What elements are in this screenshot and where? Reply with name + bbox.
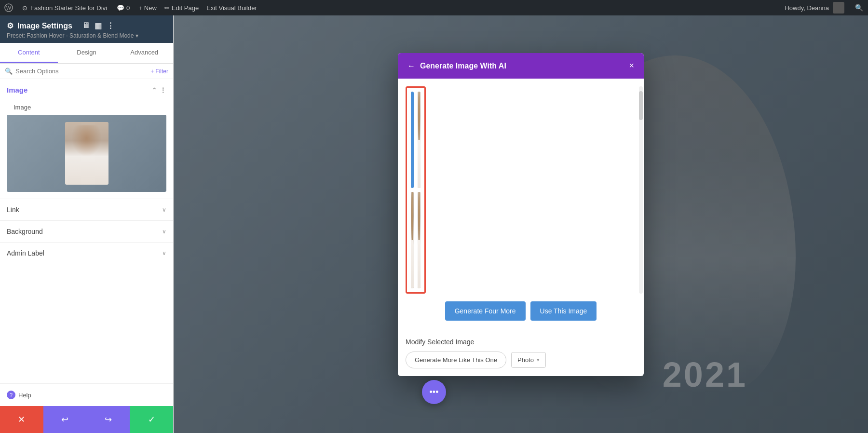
- image-preview-area: Image: [0, 99, 173, 199]
- cancel-button[interactable]: ✕: [0, 406, 43, 433]
- search-bar: 🔍 + Filter: [0, 64, 173, 79]
- image-section-header[interactable]: Image ⌃ ⋮: [0, 79, 173, 99]
- plus-icon: +: [138, 4, 142, 12]
- help-icon: ?: [7, 391, 15, 399]
- ai-image-top-left[interactable]: [411, 92, 414, 188]
- comment-icon: 💬: [117, 4, 124, 12]
- ai-image-bot-right[interactable]: [418, 192, 420, 288]
- modal-overlay: ← Generate Image With AI ×: [174, 15, 868, 433]
- sidebar-footer: ? Help: [0, 383, 173, 406]
- settings-icon: ⚙: [7, 21, 14, 30]
- new-link[interactable]: + New: [135, 4, 161, 12]
- admin-label-arrow-icon: ∨: [162, 250, 166, 257]
- filter-button[interactable]: + Filter: [150, 68, 168, 75]
- tab-design[interactable]: Design: [58, 43, 116, 63]
- modal-body: Generate Four More Use This Image: [398, 79, 644, 333]
- image-field-label: Image: [7, 103, 166, 115]
- admin-label-section-header[interactable]: Admin Label ∨: [0, 243, 173, 264]
- background-section-header[interactable]: Background ∨: [0, 221, 173, 242]
- tab-content[interactable]: Content: [0, 43, 58, 63]
- ai-image-modal: ← Generate Image With AI ×: [398, 53, 644, 376]
- modal-close-button[interactable]: ×: [629, 61, 634, 71]
- image-grid-wrapper: [406, 86, 636, 294]
- floating-action-button[interactable]: •••: [422, 380, 446, 404]
- sidebar-title: ⚙ Image Settings 🖥 ▦ ⋮: [7, 21, 114, 30]
- sidebar-panel: ⚙ Image Settings 🖥 ▦ ⋮ Preset: Fashion H…: [0, 15, 174, 433]
- section-toggle-icon: ⌃: [152, 87, 157, 94]
- comments-link[interactable]: 💬 0: [112, 4, 135, 12]
- use-image-button[interactable]: Use This Image: [530, 301, 597, 321]
- more-icon[interactable]: ⋮: [107, 21, 114, 30]
- admin-bar: W ⊙ Fashion Starter Site for Divi 💬 0 + …: [0, 0, 868, 15]
- modal-header: ← Generate Image With AI ×: [398, 53, 644, 79]
- modify-section: Modify Selected Image Generate More Like…: [398, 333, 644, 376]
- modal-title: Generate Image With AI: [420, 62, 624, 70]
- site-icon: ⊙: [22, 4, 27, 12]
- monitor-icon[interactable]: 🖥: [82, 21, 90, 30]
- save-button[interactable]: ✓: [130, 406, 173, 433]
- chevron-down-icon: ▾: [136, 32, 138, 39]
- plus-filter-icon: +: [150, 68, 154, 75]
- preset-label[interactable]: Preset: Fashion Hover - Saturation & Ble…: [7, 32, 166, 39]
- sidebar-tabs: Content Design Advanced: [0, 43, 173, 64]
- grid-icon[interactable]: ▦: [95, 21, 102, 30]
- modal-back-button[interactable]: ←: [407, 62, 415, 70]
- user-account[interactable]: Howdy, Deanna: [779, 2, 850, 14]
- link-arrow-icon: ∨: [162, 206, 166, 213]
- background-arrow-icon: ∨: [162, 228, 166, 235]
- sidebar-bottom-bar: ✕ ↩ ↪ ✓: [0, 406, 173, 433]
- style-select[interactable]: Photo ▾: [511, 352, 546, 368]
- edit-page-link[interactable]: ✏ Edit Page: [161, 4, 203, 12]
- background-section: Background ∨: [0, 220, 173, 242]
- style-select-arrow-icon: ▾: [537, 357, 540, 363]
- image-preview-box[interactable]: [7, 115, 166, 192]
- admin-label-section: Admin Label ∨: [0, 242, 173, 264]
- generate-four-button[interactable]: Generate Four More: [445, 301, 526, 321]
- undo-button[interactable]: ↩: [43, 406, 87, 433]
- generate-more-like-this-button[interactable]: Generate More Like This One: [406, 352, 506, 368]
- modify-label: Modify Selected Image: [406, 338, 636, 346]
- section-more-icon[interactable]: ⋮: [160, 86, 166, 94]
- redo-button[interactable]: ↪: [87, 406, 130, 433]
- tab-advanced[interactable]: Advanced: [115, 43, 173, 63]
- sidebar-header: ⚙ Image Settings 🖥 ▦ ⋮ Preset: Fashion H…: [0, 15, 173, 43]
- modify-controls: Generate More Like This One Photo ▾: [406, 352, 636, 368]
- site-name[interactable]: ⊙ Fashion Starter Site for Divi: [17, 4, 112, 12]
- search-icon: 🔍: [5, 68, 13, 75]
- pencil-icon: ✏: [164, 4, 170, 12]
- modal-actions: Generate Four More Use This Image: [406, 294, 636, 325]
- svg-text:W: W: [6, 5, 12, 11]
- ai-image-top-right[interactable]: [418, 92, 420, 188]
- ai-image-bot-left[interactable]: [411, 192, 414, 288]
- link-section-header[interactable]: Link ∨: [0, 199, 173, 220]
- sidebar-content: Image ⌃ ⋮ Image Link ∨ Background: [0, 79, 173, 383]
- link-section: Link ∨: [0, 199, 173, 220]
- exit-builder-button[interactable]: Exit Visual Builder: [203, 4, 261, 12]
- wp-logo-icon[interactable]: W: [0, 0, 17, 15]
- search-icon[interactable]: 🔍: [850, 4, 868, 12]
- ai-image-grid: [406, 86, 426, 294]
- search-input[interactable]: [15, 68, 148, 75]
- help-label[interactable]: Help: [18, 392, 31, 399]
